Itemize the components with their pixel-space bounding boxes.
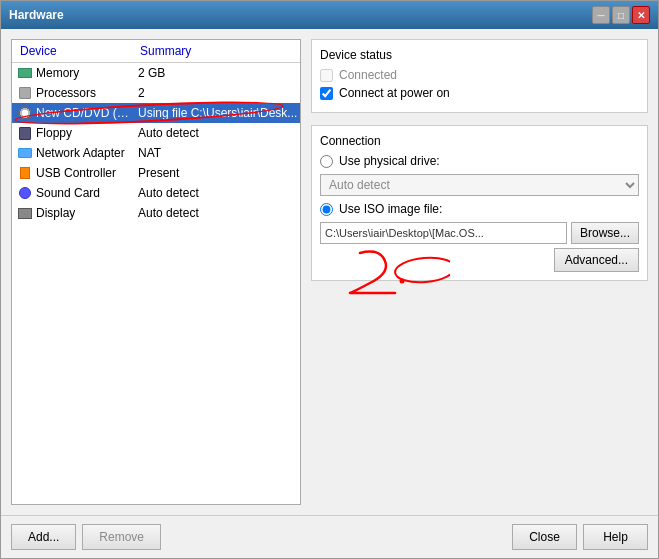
device-summary: Auto detect: [136, 186, 300, 200]
device-name: Network Adapter: [34, 146, 136, 160]
minimize-button[interactable]: ─: [592, 6, 610, 24]
table-row[interactable]: Memory 2 GB: [12, 63, 300, 83]
browse-button[interactable]: Browse...: [571, 222, 639, 244]
device-status-title: Device status: [320, 48, 639, 62]
close-button[interactable]: Close: [512, 524, 577, 550]
device-summary: NAT: [136, 146, 300, 160]
table-row[interactable]: Display Auto detect: [12, 203, 300, 223]
advanced-button[interactable]: Advanced...: [554, 248, 639, 272]
connected-label: Connected: [339, 68, 397, 82]
bottom-right-buttons: Close Help: [512, 524, 648, 550]
col-summary-header: Summary: [136, 42, 296, 60]
floppy-icon: [16, 126, 34, 140]
physical-drive-row: Use physical drive:: [320, 154, 639, 168]
sound-icon: [16, 186, 34, 200]
help-button[interactable]: Help: [583, 524, 648, 550]
add-button[interactable]: Add...: [11, 524, 76, 550]
table-row[interactable]: Sound Card Auto detect: [12, 183, 300, 203]
main-content: Device Summary Memory 2 GB Processors 2: [1, 29, 658, 515]
col-device-header: Device: [16, 42, 136, 60]
connect-power-label: Connect at power on: [339, 86, 450, 100]
window-title: Hardware: [9, 8, 64, 22]
network-icon: [16, 146, 34, 160]
device-summary: Present: [136, 166, 300, 180]
device-summary: Auto detect: [136, 206, 300, 220]
device-summary: Auto detect: [136, 126, 300, 140]
physical-drive-label: Use physical drive:: [339, 154, 440, 168]
table-row[interactable]: Processors 2: [12, 83, 300, 103]
device-name: Processors: [34, 86, 136, 100]
annotation-svg: [330, 243, 450, 298]
cdrom-icon: [16, 106, 34, 120]
display-icon: [16, 206, 34, 220]
physical-drive-radio[interactable]: [320, 155, 333, 168]
device-name: New CD/DVD (…: [34, 106, 136, 120]
remove-button[interactable]: Remove: [82, 524, 161, 550]
memory-icon: [16, 66, 34, 80]
connection-section: Connection Use physical drive: Auto dete…: [311, 125, 648, 281]
bottom-bar: Add... Remove Close Help: [1, 515, 658, 558]
iso-path-row: Browse...: [320, 222, 639, 244]
table-row[interactable]: USB Controller Present: [12, 163, 300, 183]
iso-image-radio[interactable]: [320, 203, 333, 216]
device-name: Sound Card: [34, 186, 136, 200]
hardware-window: Hardware ─ □ ✕ Device Summary Memory 2 G…: [0, 0, 659, 559]
iso-image-label: Use ISO image file:: [339, 202, 442, 216]
usb-icon: [16, 166, 34, 180]
device-status-section: Device status Connected Connect at power…: [311, 39, 648, 113]
device-name: Floppy: [34, 126, 136, 140]
iso-path-input[interactable]: [320, 222, 567, 244]
title-bar-controls: ─ □ ✕: [592, 6, 650, 24]
table-row[interactable]: Floppy Auto detect: [12, 123, 300, 143]
device-list: Memory 2 GB Processors 2 New CD/DVD (… U…: [12, 63, 300, 504]
svg-point-1: [394, 255, 450, 284]
maximize-button[interactable]: □: [612, 6, 630, 24]
device-summary: 2 GB: [136, 66, 300, 80]
table-row[interactable]: Network Adapter NAT: [12, 143, 300, 163]
iso-image-row: Use ISO image file:: [320, 202, 639, 216]
device-summary: 2: [136, 86, 300, 100]
right-panel: Device status Connected Connect at power…: [311, 39, 648, 505]
physical-drive-select[interactable]: Auto detect: [320, 174, 639, 196]
device-list-panel: Device Summary Memory 2 GB Processors 2: [11, 39, 301, 505]
device-name: USB Controller: [34, 166, 136, 180]
table-row[interactable]: New CD/DVD (… Using file C:\Users\iair\D…: [12, 103, 300, 123]
device-name: Memory: [34, 66, 136, 80]
title-bar: Hardware ─ □ ✕: [1, 1, 658, 29]
connect-power-checkbox[interactable]: [320, 87, 333, 100]
device-name: Display: [34, 206, 136, 220]
svg-point-0: [400, 279, 405, 284]
close-button[interactable]: ✕: [632, 6, 650, 24]
processor-icon: [16, 86, 34, 100]
connected-row: Connected: [320, 68, 639, 82]
connection-title: Connection: [320, 134, 639, 148]
bottom-left-buttons: Add... Remove: [11, 524, 161, 550]
device-list-header: Device Summary: [12, 40, 300, 63]
connected-checkbox[interactable]: [320, 69, 333, 82]
advanced-btn-row: Advanced...: [320, 248, 639, 272]
connect-power-row: Connect at power on: [320, 86, 639, 100]
device-summary: Using file C:\Users\iair\Desk...: [136, 106, 300, 120]
